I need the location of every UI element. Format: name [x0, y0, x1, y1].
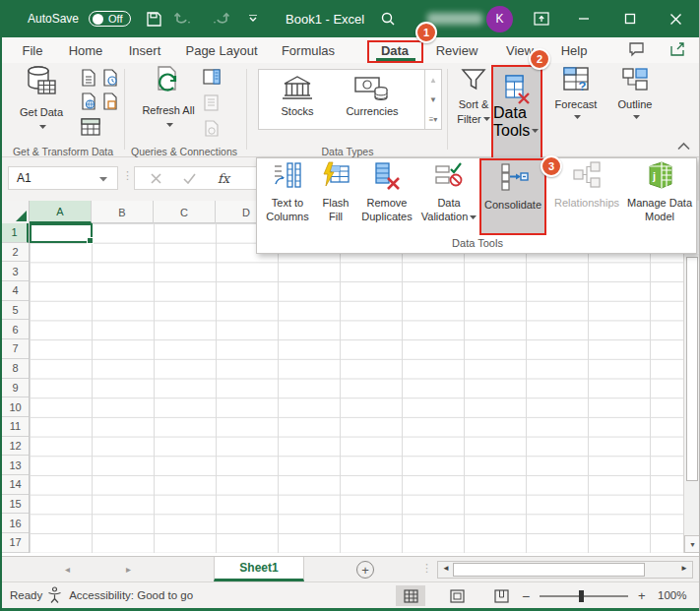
insert-function-button[interactable]: fx: [218, 171, 229, 186]
row-header[interactable]: 1: [2, 223, 29, 243]
share-button[interactable]: [669, 41, 686, 57]
undo-button[interactable]: [173, 0, 191, 37]
new-sheet-button[interactable]: +: [356, 561, 374, 579]
ribbon-display-options-button[interactable]: [534, 0, 549, 37]
tab-file[interactable]: File: [16, 37, 49, 63]
minimize-button[interactable]: [578, 0, 590, 37]
row-header[interactable]: 14: [2, 475, 29, 495]
row-header[interactable]: 8: [2, 359, 29, 379]
save-button[interactable]: [146, 0, 162, 37]
tab-bar-grip[interactable]: ⋮: [421, 562, 432, 575]
row-header[interactable]: 17: [2, 533, 29, 553]
ribbon: Get Data Get & Transform Data Refresh Al…: [2, 63, 700, 157]
panel-item-consolidate[interactable]: Consolidate: [479, 158, 546, 235]
gallery-more-button[interactable]: ≡▾: [425, 109, 441, 129]
column-header-b[interactable]: B: [92, 201, 154, 223]
recent-sources-button[interactable]: [102, 69, 118, 87]
maximize-button[interactable]: [624, 0, 636, 37]
currencies-button[interactable]: Currencies: [338, 74, 407, 127]
accessibility-checker-button[interactable]: Accessibility: Good to go: [47, 586, 193, 603]
row-header[interactable]: 7: [2, 339, 29, 359]
redo-button[interactable]: [213, 0, 230, 37]
worksheet-grid[interactable]: 1234567891011121314151617: [2, 223, 683, 553]
refresh-all-button[interactable]: Refresh All: [140, 65, 197, 155]
panel-item-text-to-columns[interactable]: Text to Columns: [259, 160, 316, 235]
row-header[interactable]: 10: [2, 397, 29, 417]
vertical-scrollbar-thumb[interactable]: [686, 257, 698, 481]
search-button[interactable]: [380, 0, 396, 37]
scroll-right-button[interactable]: ►: [680, 564, 688, 573]
normal-view-button[interactable]: [396, 585, 425, 606]
outline-button[interactable]: Outline: [608, 65, 662, 155]
row-header[interactable]: 6: [2, 320, 29, 339]
tab-insert[interactable]: Insert: [122, 37, 167, 63]
queries-connections-button[interactable]: [203, 69, 221, 85]
tab-help[interactable]: Help: [555, 37, 593, 63]
tab-home[interactable]: Home: [63, 37, 108, 63]
select-all-button[interactable]: [2, 201, 30, 223]
name-box-caret-icon: [99, 177, 107, 182]
search-icon: [380, 11, 396, 27]
stocks-button[interactable]: Stocks: [263, 74, 332, 127]
vertical-scrollbar[interactable]: ▼: [683, 254, 700, 553]
sort-filter-button[interactable]: Sort & Filter: [451, 65, 496, 155]
scroll-left-button[interactable]: ◄: [442, 564, 450, 573]
row-header[interactable]: 11: [2, 417, 29, 437]
row-header[interactable]: 13: [2, 456, 29, 475]
remove-duplicates-icon: [372, 160, 402, 190]
sheet-tab-sheet1[interactable]: Sheet1: [214, 557, 304, 581]
tab-formulas[interactable]: Formulas: [276, 37, 341, 63]
formula-bar-grip[interactable]: ⋮: [122, 169, 134, 182]
sheet-nav-right-button[interactable]: ▸: [126, 564, 131, 575]
zoom-slider[interactable]: [540, 595, 628, 597]
forecast-button[interactable]: ? Forecast: [551, 65, 601, 155]
row-header[interactable]: 15: [2, 495, 29, 515]
panel-item-data-validation[interactable]: Data Validation: [420, 160, 477, 235]
row-header[interactable]: 5: [2, 301, 29, 321]
from-text-csv-button[interactable]: [81, 69, 96, 87]
zoom-in-button[interactable]: +: [638, 588, 646, 603]
row-header[interactable]: 9: [2, 379, 29, 398]
page-layout-view-button[interactable]: [442, 585, 472, 606]
sheet-nav-left-button[interactable]: ◂: [65, 564, 70, 575]
table-source-button[interactable]: [81, 118, 100, 136]
row-header[interactable]: 16: [2, 514, 29, 533]
horizontal-scrollbar-thumb[interactable]: [453, 563, 645, 577]
from-web-button[interactable]: [81, 92, 96, 110]
cells-area[interactable]: [30, 223, 683, 553]
data-tools-button[interactable]: Data Tools: [491, 65, 542, 157]
row-header[interactable]: 12: [2, 437, 29, 457]
zoom-out-button[interactable]: −: [522, 588, 530, 604]
edit-links-button[interactable]: [204, 120, 220, 137]
tab-review[interactable]: Review: [431, 37, 482, 63]
from-table-range-button[interactable]: [102, 92, 118, 110]
collapse-ribbon-button[interactable]: [677, 142, 690, 151]
get-data-button[interactable]: Get Data: [16, 65, 67, 155]
account-button[interactable]: K: [486, 0, 513, 37]
selected-cell-a1[interactable]: [30, 223, 93, 243]
scroll-down-button[interactable]: ▼: [684, 535, 700, 553]
row-header[interactable]: 4: [2, 281, 29, 301]
horizontal-scrollbar[interactable]: ◄ ►: [437, 561, 693, 579]
properties-button[interactable]: [204, 94, 219, 111]
comments-button[interactable]: [628, 41, 645, 57]
column-header-a[interactable]: A: [30, 201, 92, 223]
panel-item-manage-data-model[interactable]: j Manage Data Model: [625, 160, 694, 235]
column-header-c[interactable]: C: [154, 201, 216, 223]
panel-item-flash-fill[interactable]: Flash Fill: [318, 160, 353, 235]
gallery-scroll-down[interactable]: ▼: [425, 90, 441, 109]
row-header[interactable]: 2: [2, 243, 29, 263]
quick-access-caret[interactable]: [248, 0, 258, 37]
autosave-label: AutoSave: [28, 12, 79, 26]
row-header[interactable]: 3: [2, 262, 29, 281]
tab-page-layout[interactable]: Page Layout: [181, 37, 262, 63]
panel-item-remove-duplicates[interactable]: Remove Duplicates: [355, 160, 418, 235]
group-separator: [447, 69, 448, 150]
gallery-scroll-up[interactable]: ▲: [425, 70, 441, 90]
zoom-level-button[interactable]: 100%: [658, 589, 686, 601]
zoom-slider-thumb[interactable]: [579, 590, 584, 602]
name-box[interactable]: A1: [8, 166, 118, 190]
autosave-toggle[interactable]: Off: [89, 0, 131, 37]
close-button[interactable]: [669, 0, 682, 37]
page-break-preview-button[interactable]: [486, 585, 516, 606]
